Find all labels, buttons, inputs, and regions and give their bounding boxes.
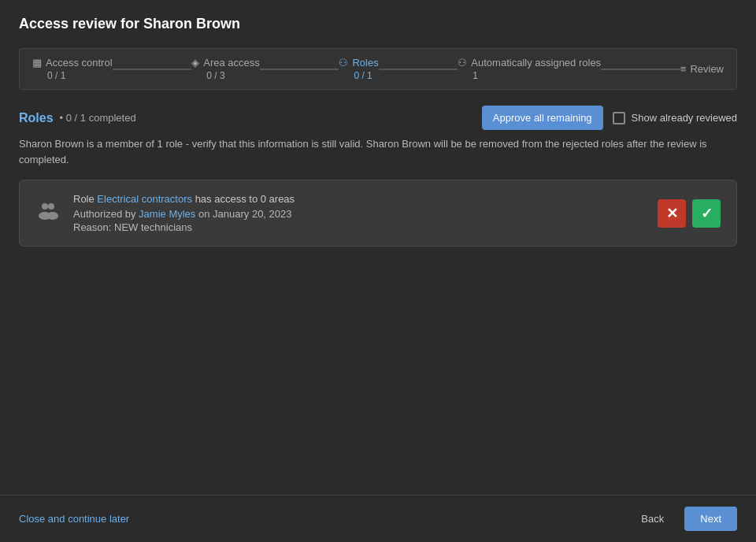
- back-button[interactable]: Back: [628, 507, 676, 531]
- auto-assigned-label: Automatically assigned roles: [471, 57, 601, 69]
- close-continue-later-button[interactable]: Close and continue later: [19, 513, 129, 525]
- auto-assigned-icon: ⚇: [458, 57, 467, 69]
- area-access-count: 0 / 3: [191, 70, 224, 81]
- page-title: Access review for Sharon Brown: [19, 16, 737, 32]
- section-description: Sharon Brown is a member of 1 role - ver…: [19, 136, 737, 167]
- steps-container: ▦ Access control 0 / 1 ◈ Area access 0 /…: [32, 57, 724, 81]
- step-review[interactable]: ≡ Review: [680, 63, 724, 75]
- connector-1: [113, 69, 192, 70]
- access-control-label: Access control: [46, 57, 113, 69]
- steps-bar: ▦ Access control 0 / 1 ◈ Area access 0 /…: [19, 48, 737, 90]
- connector-4: [601, 69, 680, 70]
- step-auto-assigned[interactable]: ⚇ Automatically assigned roles 1: [458, 57, 601, 81]
- roles-label: Roles: [352, 57, 378, 69]
- show-reviewed-label[interactable]: Show already reviewed: [613, 112, 737, 124]
- step-roles[interactable]: ⚇ Roles 0 / 1: [339, 57, 378, 81]
- svg-point-1: [48, 203, 54, 210]
- role-title-line: Role Electrical contractors has access t…: [73, 193, 645, 205]
- connector-3: [379, 69, 458, 70]
- role-suffix: has access to 0 areas: [192, 193, 295, 205]
- role-prefix: Role: [73, 193, 97, 205]
- section-progress: • 0 / 1 completed: [60, 112, 136, 124]
- role-actions: ✕ ✓: [658, 199, 721, 228]
- access-control-count: 0 / 1: [32, 70, 65, 81]
- svg-point-3: [47, 212, 58, 220]
- section-title: Roles: [19, 111, 54, 125]
- show-reviewed-checkbox[interactable]: [613, 112, 625, 124]
- footer-right: Back Next: [628, 507, 737, 531]
- role-reason: Reason: NEW technicians: [73, 221, 645, 233]
- role-info: Role Electrical contractors has access t…: [73, 193, 645, 233]
- step-access-control[interactable]: ▦ Access control 0 / 1: [32, 57, 113, 81]
- reason-text: NEW technicians: [114, 221, 192, 233]
- area-access-icon: ◈: [191, 57, 199, 69]
- section-header: Roles • 0 / 1 completed Approve all rema…: [19, 106, 737, 130]
- section-actions: Approve all remaining Show already revie…: [482, 106, 737, 130]
- reject-button[interactable]: ✕: [658, 199, 686, 228]
- svg-point-0: [42, 203, 48, 210]
- review-label: Review: [690, 63, 724, 75]
- step-area-access[interactable]: ◈ Area access 0 / 3: [191, 57, 260, 81]
- show-reviewed-text: Show already reviewed: [632, 112, 737, 124]
- roles-count: 0 / 1: [339, 70, 372, 81]
- approve-all-button[interactable]: Approve all remaining: [482, 106, 603, 130]
- role-name-link[interactable]: Electrical contractors: [97, 193, 192, 205]
- review-icon: ≡: [680, 63, 687, 75]
- next-button[interactable]: Next: [684, 507, 737, 531]
- roles-icon: ⚇: [339, 57, 348, 69]
- authorized-by-name[interactable]: Jamie Myles: [139, 208, 195, 220]
- role-authorized: Authorized by Jamie Myles on January 20,…: [73, 208, 645, 220]
- access-control-icon: ▦: [32, 57, 42, 69]
- reason-prefix: Reason:: [73, 221, 114, 233]
- authorized-date: on January 20, 2023: [195, 208, 291, 220]
- area-access-label: Area access: [203, 57, 260, 69]
- page-container: Access review for Sharon Brown ▦ Access …: [0, 0, 756, 542]
- approve-button[interactable]: ✓: [692, 199, 721, 228]
- auto-assigned-count: 1: [458, 70, 478, 81]
- connector-2: [260, 69, 339, 70]
- role-card: Role Electrical contractors has access t…: [19, 180, 737, 247]
- authorized-by-prefix: Authorized by: [73, 208, 139, 220]
- main-content: Access review for Sharon Brown ▦ Access …: [0, 0, 756, 495]
- footer: Close and continue later Back Next: [0, 495, 756, 542]
- section-title-area: Roles • 0 / 1 completed: [19, 111, 136, 125]
- role-group-icon: [35, 199, 61, 228]
